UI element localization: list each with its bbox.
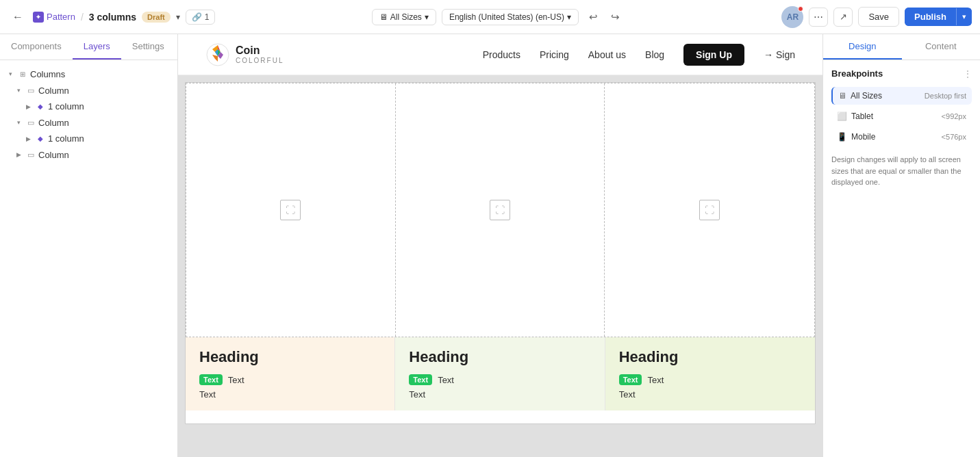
more-icon: ⋯ <box>814 12 823 23</box>
text-plain-2: Text <box>409 389 590 400</box>
avatar-initials: AR <box>787 12 799 22</box>
component-icon: ◆ <box>36 134 45 144</box>
redo-button[interactable]: ↪ <box>606 8 625 27</box>
save-button[interactable]: Save <box>858 7 899 27</box>
logo-svg <box>205 42 230 67</box>
column-block-3[interactable]: ⛶ <box>605 83 814 337</box>
pattern-link[interactable]: ✦ Pattern <box>33 12 75 23</box>
column-block-1[interactable]: ⛶ <box>186 83 396 337</box>
tab-content[interactable]: Content <box>902 34 981 60</box>
expand-icon[interactable]: ⋮ <box>964 69 972 79</box>
layer-column-1[interactable]: ▾ ▭ Column 👁 <box>0 82 177 99</box>
bp-left: ⬜ Tablet <box>837 112 873 121</box>
text-label-2: Text <box>438 375 454 385</box>
top-bar-center: 🖥 All Sizes ▾ English (United States) (e… <box>221 8 776 27</box>
toggle-icon[interactable]: ▾ <box>5 69 15 79</box>
tab-layers[interactable]: Layers <box>73 34 121 60</box>
breakpoint-all-sizes[interactable]: 🖥 All Sizes Desktop first <box>831 87 972 105</box>
canvas-frame[interactable]: ⛶ ⛶ ⛶ Heading Text <box>185 82 816 424</box>
pattern-logo-icon: ✦ <box>33 12 44 23</box>
nav-about[interactable]: About us <box>588 49 626 60</box>
layer-label: Column <box>38 86 158 96</box>
pattern-label: Pattern <box>47 12 75 22</box>
back-button[interactable]: ← <box>8 8 27 27</box>
toggle-icon[interactable]: ▾ <box>14 118 23 127</box>
external-icon: ↗ <box>840 12 847 22</box>
heading-col-2[interactable]: Heading Text Text Text <box>395 337 605 410</box>
undo-redo-group: ↩ ↪ <box>584 8 625 27</box>
grid-icon: ⊞ <box>18 69 27 79</box>
layer-column-2[interactable]: ▾ ▭ Column 👁 <box>0 114 177 131</box>
preview-nav-links: Products Pricing About us Blog Sign Up →… <box>483 44 795 66</box>
logo-name: Coin <box>236 44 260 56</box>
toggle-icon[interactable]: ▶ <box>23 134 33 144</box>
toggle-icon[interactable]: ▶ <box>23 102 33 112</box>
signin-label: Sign <box>776 49 795 60</box>
column-block-2[interactable]: ⛶ <box>396 83 605 337</box>
breakpoints-header: Breakpoints ⋮ <box>831 68 972 79</box>
text-plain-3: Text <box>619 389 801 400</box>
size-selector[interactable]: 🖥 All Sizes ▾ <box>372 9 436 25</box>
nav-pricing[interactable]: Pricing <box>540 49 569 60</box>
nav-signup-button[interactable]: Sign Up <box>683 44 744 66</box>
external-link-button[interactable]: ↗ <box>833 8 853 27</box>
layer-label: 1 column <box>48 133 172 144</box>
page-chevron-button[interactable]: ▾ <box>176 12 180 22</box>
layer-one-column-2[interactable]: ▶ ◆ 1 column <box>0 131 177 146</box>
toggle-icon[interactable]: ▾ <box>14 86 23 95</box>
avatar: AR <box>781 6 803 28</box>
canvas-content: ⛶ ⛶ ⛶ Heading Text <box>178 75 822 457</box>
section-title: Breakpoints <box>831 68 883 79</box>
right-sidebar: Design Content Breakpoints ⋮ 🖥 All Sizes… <box>822 34 980 457</box>
bp-label: Mobile <box>851 132 875 142</box>
toggle-icon[interactable]: ▶ <box>14 150 23 159</box>
image-placeholder-1: ⛶ <box>280 200 301 220</box>
nav-products[interactable]: Products <box>483 49 520 60</box>
top-bar-right: AR ⋯ ↗ Save Publish ▾ <box>781 6 972 28</box>
text-badge-1: Text <box>199 374 223 385</box>
link-icon: 🔗 <box>192 12 202 22</box>
heading-col-3[interactable]: Heading Text Text Text <box>605 337 815 410</box>
text-badge-2: Text <box>409 374 432 385</box>
breakpoint-tablet[interactable]: ⬜ Tablet <992px <box>831 107 972 125</box>
more-button[interactable]: ⋯ <box>809 8 828 27</box>
main-layout: Components Layers Settings ▾ ⊞ Columns 👁… <box>0 34 980 457</box>
box-icon: ▭ <box>26 118 36 127</box>
tab-settings[interactable]: Settings <box>121 34 175 60</box>
layers-tree: ▾ ⊞ Columns 👁 ▾ ▭ Column 👁 ▶ ◆ 1 column … <box>0 60 177 457</box>
right-sidebar-tabs: Design Content <box>823 34 980 60</box>
layer-label: Column <box>38 150 158 160</box>
heading-col-1[interactable]: Heading Text Text Text <box>186 337 395 410</box>
draft-badge: Draft <box>142 12 171 23</box>
nav-blog[interactable]: Blog <box>645 49 664 60</box>
left-sidebar: Components Layers Settings ▾ ⊞ Columns 👁… <box>0 34 178 457</box>
tab-components[interactable]: Components <box>0 34 73 60</box>
monitor-icon: 🖥 <box>838 91 846 101</box>
top-bar: ← ✦ Pattern / 3 columns Draft ▾ 🔗 1 🖥 Al… <box>0 0 980 34</box>
sidebar-tabs: Components Layers Settings <box>0 34 177 60</box>
lang-label: English (United States) (en-US) <box>449 12 564 22</box>
bp-left: 🖥 All Sizes <box>838 91 882 101</box>
nav-signin-button[interactable]: → Sign <box>764 49 795 60</box>
signin-arrow-icon: → <box>764 49 773 60</box>
text-label-3: Text <box>647 375 664 385</box>
link-count: 1 <box>205 12 210 22</box>
language-selector[interactable]: English (United States) (en-US) ▾ <box>442 9 579 25</box>
layer-label: 1 column <box>48 101 172 112</box>
right-sidebar-content: Breakpoints ⋮ 🖥 All Sizes Desktop first … <box>823 60 980 457</box>
tab-design[interactable]: Design <box>823 34 902 60</box>
bp-left: 📱 Mobile <box>837 132 875 142</box>
layer-columns[interactable]: ▾ ⊞ Columns 👁 <box>0 66 177 82</box>
layer-one-column-1[interactable]: ▶ ◆ 1 column <box>0 99 177 114</box>
layer-column-3[interactable]: ▶ ▭ Column 👁 <box>0 146 177 163</box>
design-note: Design changes will apply to all screen … <box>831 154 972 188</box>
publish-button[interactable]: Publish <box>905 8 956 26</box>
layer-label: Columns <box>30 69 158 79</box>
publish-chevron-button[interactable]: ▾ <box>956 8 972 25</box>
breakpoint-mobile[interactable]: 📱 Mobile <576px <box>831 128 972 146</box>
image-placeholder-2: ⛶ <box>490 200 510 220</box>
heading-sections: Heading Text Text Text Heading Text Text <box>186 337 815 410</box>
undo-button[interactable]: ↩ <box>584 8 603 27</box>
monitor-icon: 🖥 <box>379 12 388 22</box>
link-badge[interactable]: 🔗 1 <box>186 10 216 25</box>
